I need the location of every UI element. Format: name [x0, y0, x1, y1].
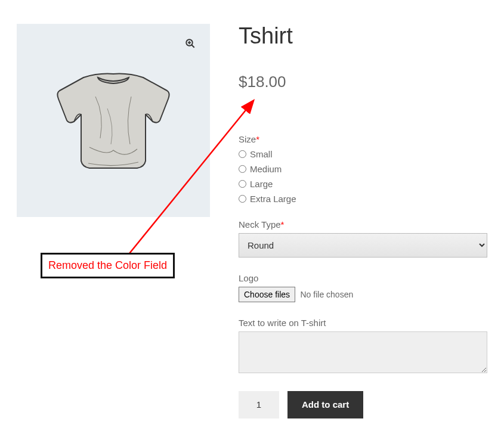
size-option-label: Large	[250, 179, 273, 189]
size-option-medium[interactable]: Medium	[239, 164, 487, 174]
file-status-text: No file chosen	[301, 290, 354, 299]
choose-files-button[interactable]: Choose files	[239, 287, 295, 302]
custom-text-input[interactable]	[239, 331, 487, 373]
required-mark: *	[281, 219, 285, 230]
size-option-label: Extra Large	[250, 194, 296, 204]
quantity-input[interactable]	[239, 391, 279, 418]
size-option-xlarge[interactable]: Extra Large	[239, 194, 487, 204]
size-radio-large[interactable]	[239, 180, 246, 188]
size-label: Size*	[239, 134, 487, 144]
add-to-cart-button[interactable]: Add to cart	[287, 391, 363, 418]
neck-select[interactable]: Round	[239, 233, 487, 258]
product-price: $18.00	[239, 73, 487, 91]
product-title: Tshirt	[239, 24, 487, 49]
size-option-label: Medium	[250, 164, 282, 174]
size-radio-small[interactable]	[239, 150, 246, 158]
neck-label: Neck Type*	[239, 219, 487, 230]
size-option-small[interactable]: Small	[239, 149, 487, 159]
custom-text-group: Text to write on T-shirt	[239, 318, 487, 376]
size-option-label: Small	[250, 149, 273, 159]
custom-text-label: Text to write on T-shirt	[239, 318, 487, 328]
size-radio-medium[interactable]	[239, 165, 246, 173]
annotation-text: Removed the Color Field	[48, 259, 167, 271]
size-group: Size* Small Medium Large Extra Large	[239, 134, 487, 204]
size-radio-xlarge[interactable]	[239, 195, 246, 203]
product-image-panel	[17, 24, 210, 217]
required-mark: *	[256, 134, 259, 144]
logo-label: Logo	[239, 273, 487, 283]
product-illustration	[48, 55, 179, 186]
zoom-icon[interactable]	[181, 35, 199, 52]
logo-group: Logo Choose files No file chosen	[239, 273, 487, 302]
svg-line-1	[191, 45, 194, 48]
neck-group: Neck Type* Round	[239, 219, 487, 258]
annotation-note: Removed the Color Field	[41, 253, 175, 278]
size-option-large[interactable]: Large	[239, 179, 487, 189]
